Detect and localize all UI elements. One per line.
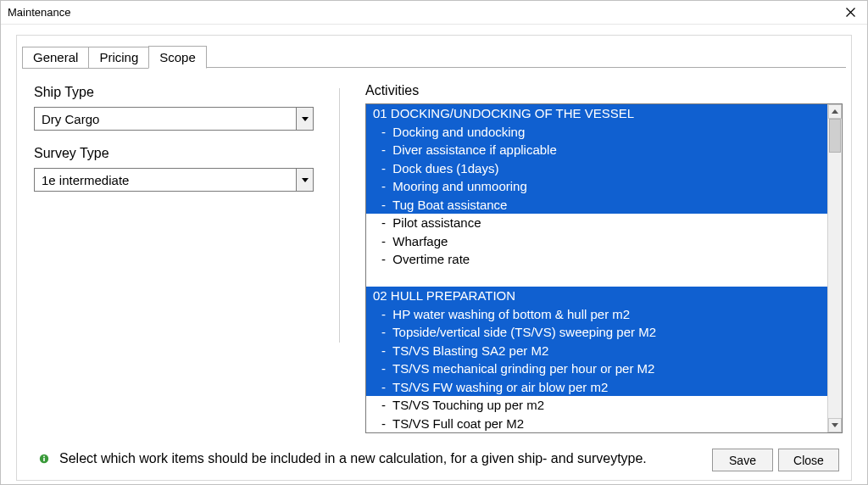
info-icon	[39, 454, 49, 464]
activity-item[interactable]: - Overtime rate	[366, 250, 827, 269]
activity-item[interactable]: - TS/VS Blasting SA2 per M2	[366, 342, 827, 360]
activity-item[interactable]: - TS/VS FW washing or air blow per m2	[366, 378, 827, 397]
tab-strip: General Pricing Scope	[17, 42, 851, 68]
activity-item[interactable]: - Pilot assistance	[366, 214, 827, 232]
activity-group-header[interactable]: 01 DOCKING/UNDOCKING OF THE VESSEL	[366, 104, 827, 123]
activity-item	[366, 269, 827, 287]
window-close-button[interactable]	[833, 1, 867, 25]
tab-pricing[interactable]: Pricing	[88, 47, 149, 69]
ship-type-label: Ship Type	[34, 85, 314, 100]
activity-item[interactable]: - Tug Boat assistance	[366, 196, 827, 215]
close-button[interactable]: Close	[778, 449, 839, 471]
activities-label: Activities	[365, 83, 843, 98]
footer: Select which work items should be includ…	[17, 442, 851, 480]
activity-item[interactable]: - Docking and undocking	[366, 123, 827, 142]
scrollbar-thumb[interactable]	[829, 119, 841, 153]
helper-text: Select which work items should be includ…	[59, 450, 697, 467]
window-title: Maintenance	[8, 6, 833, 19]
survey-type-dropdown-button[interactable]	[296, 169, 313, 191]
activity-item[interactable]: - Dock dues (1days)	[366, 159, 827, 178]
tab-scope[interactable]: Scope	[148, 46, 207, 69]
activity-item[interactable]: - Topside/vertical side (TS/VS) sweeping…	[366, 323, 827, 342]
content-frame: General Pricing Scope Ship Type Dry Carg…	[16, 35, 852, 481]
activity-group-header[interactable]: 02 HULL PREPARATION	[366, 287, 827, 305]
chevron-down-icon	[302, 117, 309, 121]
scroll-up-button[interactable]	[828, 104, 842, 119]
survey-type-label: Survey Type	[34, 146, 314, 161]
svg-rect-1	[43, 458, 45, 461]
ship-type-value: Dry Cargo	[35, 112, 296, 126]
survey-type-combo[interactable]: 1e intermediate	[34, 168, 314, 192]
footer-buttons: Save Close	[707, 449, 839, 471]
scroll-down-button[interactable]	[828, 418, 842, 432]
ship-type-dropdown-button[interactable]	[296, 108, 313, 130]
activity-item[interactable]: - TS/VS Full coat per M2	[366, 415, 827, 433]
activity-item[interactable]: - HP water washing of bottom & hull per …	[366, 305, 827, 324]
chevron-down-icon	[832, 423, 838, 427]
tab-body-scope: Ship Type Dry Cargo Survey Type 1e inter…	[17, 68, 851, 442]
maintenance-window: Maintenance General Pricing Scope Ship T…	[0, 0, 868, 485]
right-column: Activities 01 DOCKING/UNDOCKING OF THE V…	[365, 83, 843, 433]
activity-item[interactable]: - Diver assistance if applicable	[366, 141, 827, 159]
save-button[interactable]: Save	[712, 449, 773, 471]
chevron-up-icon	[832, 109, 838, 114]
chevron-down-icon	[302, 178, 309, 182]
titlebar: Maintenance	[1, 1, 867, 25]
activity-item[interactable]: - TS/VS Touching up per m2	[366, 396, 827, 415]
tab-general[interactable]: General	[22, 47, 89, 69]
activity-item[interactable]: - Wharfage	[366, 232, 827, 251]
activities-scrollbar[interactable]	[827, 104, 842, 432]
svg-rect-2	[43, 456, 45, 458]
scrollbar-track[interactable]	[828, 119, 842, 418]
close-icon	[846, 8, 855, 17]
activities-listbox[interactable]: 01 DOCKING/UNDOCKING OF THE VESSEL- Dock…	[365, 103, 843, 433]
vertical-divider	[339, 88, 340, 343]
activities-list-content: 01 DOCKING/UNDOCKING OF THE VESSEL- Dock…	[366, 104, 827, 432]
survey-type-value: 1e intermediate	[35, 173, 296, 187]
left-column: Ship Type Dry Cargo Survey Type 1e inter…	[34, 83, 314, 433]
activity-item[interactable]: - Mooring and unmooring	[366, 177, 827, 196]
ship-type-combo[interactable]: Dry Cargo	[34, 107, 314, 131]
activity-item[interactable]: - TS/VS mechanical grinding per hour or …	[366, 360, 827, 378]
